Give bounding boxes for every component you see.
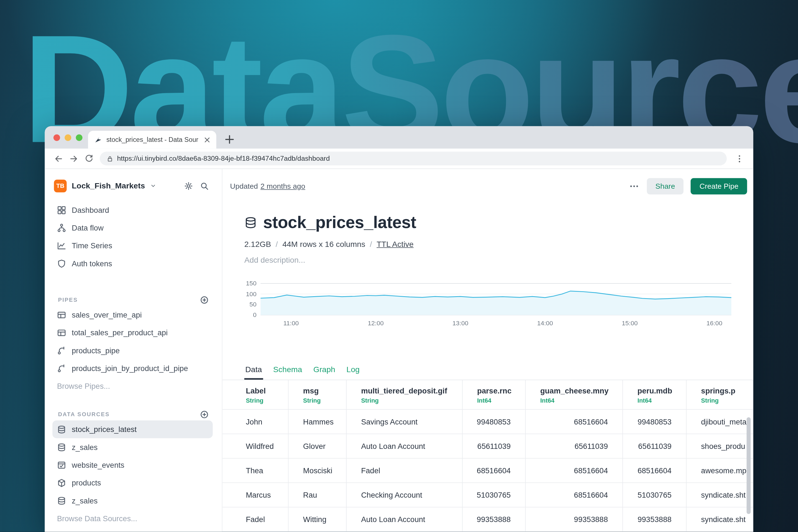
table-cell: Rau — [288, 483, 346, 507]
x-axis-tick: 14:00 — [537, 320, 553, 327]
sidebar-item-time-series[interactable]: Time Series — [45, 236, 222, 254]
sidebar-item-z-sales[interactable]: z_sales — [45, 438, 222, 456]
tab-log[interactable]: Log — [345, 365, 361, 380]
sidebar-item-dashboard[interactable]: Dashboard — [45, 201, 222, 219]
window-minimize-button[interactable] — [64, 134, 71, 141]
table-cell: awesome.mp — [686, 458, 753, 483]
table-cell: Fadel — [346, 458, 462, 483]
reload-button[interactable] — [81, 151, 97, 166]
x-axis-tick: 16:00 — [706, 320, 722, 327]
tab-schema[interactable]: Schema — [272, 365, 303, 380]
x-axis-tick: 12:00 — [368, 320, 383, 327]
sidebar-item-label: sales_over_time_api — [72, 310, 142, 319]
column-header-msg[interactable]: msgString — [288, 380, 346, 410]
table-cell: 99353888 — [462, 507, 525, 531]
column-header-peru-mdb[interactable]: peru.mdbInt64 — [622, 380, 686, 410]
forward-button[interactable] — [66, 151, 81, 166]
browser-tab-strip: stock_prices_latest - Data Sour — [45, 126, 754, 149]
sidebar-item-data-flow[interactable]: Data flow — [45, 219, 222, 236]
pipes-header-label: PIPES — [58, 297, 78, 303]
browser-window: stock_prices_latest - Data Sour https://… — [45, 126, 754, 532]
view-tabs: DataSchemaGraphLog — [223, 361, 754, 380]
sidebar-browse-link[interactable]: Browse Data Sources... — [45, 510, 222, 527]
sidebar-item-total-sales-per-product-api[interactable]: total_sales_per_product_api — [45, 324, 222, 341]
window-zoom-button[interactable] — [76, 134, 82, 141]
sidebar-item-label: products — [72, 478, 101, 487]
window-close-button[interactable] — [54, 134, 60, 141]
share-button[interactable]: Share — [647, 178, 684, 194]
table-scrollbar-thumb[interactable] — [746, 417, 750, 514]
y-axis-tick: 150 — [246, 279, 256, 287]
datasource-dimensions: 44M rows x 16 columns — [282, 240, 365, 249]
add-datasource-button[interactable] — [200, 410, 209, 418]
sidebar-item-website-events[interactable]: website_events — [45, 456, 222, 474]
column-name: Label — [246, 386, 284, 395]
tab-graph[interactable]: Graph — [312, 365, 336, 380]
updated-time-link[interactable]: 2 months ago — [261, 182, 305, 190]
updated-prefix: Updated — [230, 182, 258, 190]
new-tab-button[interactable] — [223, 133, 235, 146]
last-updated: Updated 2 months ago — [230, 182, 305, 190]
x-axis-tick: 15:00 — [622, 320, 638, 327]
column-name: parse.rnc — [477, 386, 521, 395]
tinybird-favicon — [94, 135, 102, 144]
main-header: Updated 2 months ago Share Create Pipe — [230, 177, 747, 195]
events-datasource-icon — [57, 460, 66, 469]
datasource-icon — [57, 496, 66, 505]
more-options-button[interactable] — [628, 180, 640, 192]
sidebar-item-label: website_events — [72, 460, 125, 469]
column-header-label[interactable]: LabelString — [223, 380, 288, 410]
browser-tab[interactable]: stock_prices_latest - Data Sour — [88, 131, 216, 149]
table-row: JohnHammesSavings Account994808536851660… — [223, 410, 753, 434]
address-bar[interactable]: https://ui.tinybird.co/8dae6a-8309-84je-… — [100, 152, 727, 166]
column-type: Int64 — [638, 397, 682, 404]
sidebar-item-products[interactable]: products — [45, 474, 222, 492]
search-icon[interactable] — [200, 182, 209, 190]
table-cell: 99480853 — [462, 410, 525, 434]
ttl-status-link[interactable]: TTL Active — [377, 240, 413, 249]
dashboard-grid-icon — [57, 205, 66, 214]
datasource-icon — [57, 442, 66, 452]
tab-data[interactable]: Data — [244, 365, 263, 380]
data-table: LabelStringmsgStringmulti_tiered_deposit… — [223, 380, 754, 532]
settings-gear-icon[interactable] — [184, 182, 193, 190]
sidebar-browse-link[interactable]: Browse Pipes... — [45, 377, 222, 395]
column-header-springs-p[interactable]: springs.pString — [686, 380, 753, 410]
column-type: Int64 — [540, 397, 618, 404]
page-title: stock_prices_latest — [263, 213, 416, 232]
y-axis-tick: 100 — [246, 290, 256, 298]
sidebar-item-auth-tokens[interactable]: Auth tokens — [45, 254, 222, 272]
window-controls — [54, 134, 82, 141]
workspace-switcher[interactable]: TB Lock_Fish_Markets — [45, 176, 222, 196]
datasources-section-header: DATA SOURCES — [45, 408, 222, 420]
column-header-parse-rnc[interactable]: parse.rncInt64 — [462, 380, 525, 410]
table-row: FadelWittingAuto Loan Account99353888993… — [223, 507, 753, 531]
sidebar-item-products-pipe[interactable]: products_pipe — [45, 341, 222, 359]
sidebar-item-products-join-by-product-id-pipe[interactable]: products_join_by_product_id_pipe — [45, 359, 222, 377]
create-pipe-button[interactable]: Create Pipe — [691, 178, 747, 194]
sidebar-nav: DashboardData flowTime SeriesAuth tokens — [45, 201, 222, 272]
sidebar-item-label: Auth tokens — [72, 259, 112, 268]
sidebar-item-label: Dashboard — [72, 206, 109, 214]
main-panel: Updated 2 months ago Share Create Pipe s… — [223, 169, 754, 532]
back-button[interactable] — [51, 151, 66, 166]
column-header-guam-cheese-mny[interactable]: guam_cheese.mnyInt64 — [525, 380, 623, 410]
sidebar-item-stock-prices-latest[interactable]: stock_prices_latest — [52, 420, 213, 438]
column-header-multi-tiered-deposit-gif[interactable]: multi_tiered_deposit.gifString — [346, 380, 462, 410]
sidebar-item-label: Data flow — [72, 223, 103, 232]
table-cell: Auto Loan Account — [346, 434, 462, 458]
tab-close-icon[interactable] — [203, 135, 211, 144]
table-wrap: LabelStringmsgStringmulti_tiered_deposit… — [223, 380, 754, 532]
add-pipe-button[interactable] — [200, 296, 209, 304]
title-row: stock_prices_latest — [244, 213, 416, 232]
table-row: TheaMosciskiFadel68516604685166046851660… — [223, 458, 753, 483]
sidebar-item-label: Time Series — [72, 241, 112, 250]
datasource-icon — [244, 216, 257, 229]
browser-menu-button[interactable] — [732, 151, 747, 166]
sidebar-item-label: products_join_by_product_id_pipe — [72, 364, 188, 373]
sidebar-item-sales-over-time-api[interactable]: sales_over_time_api — [45, 306, 222, 324]
sidebar-item-z-sales[interactable]: z_sales — [45, 492, 222, 509]
table-cell: Marcus — [223, 483, 288, 507]
chart-plot-area — [261, 283, 731, 315]
description-placeholder[interactable]: Add description... — [244, 255, 305, 265]
